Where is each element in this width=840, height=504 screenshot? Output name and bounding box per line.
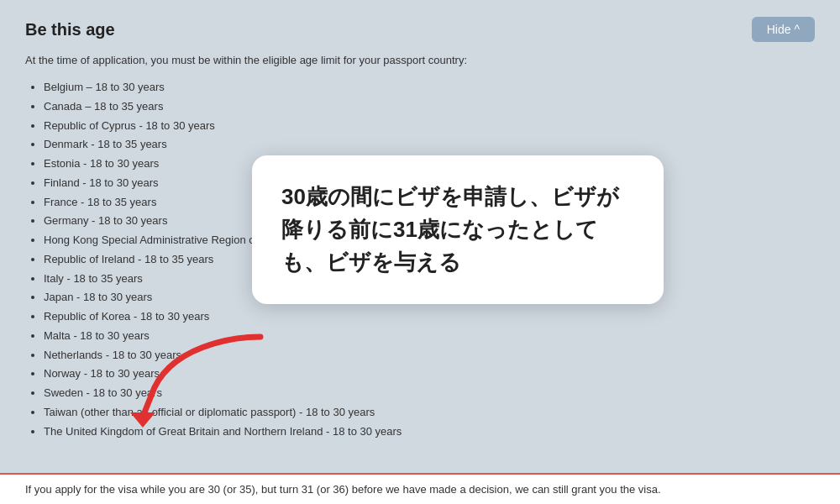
bottom-note: If you apply for the visa while you are … — [0, 473, 840, 504]
callout-text: 30歳の間にビザを申請し、ビザが降りる前に31歳になったとしても、ビザを与える — [281, 181, 634, 279]
list-item: Republic of Korea - 18 to 30 years — [44, 307, 815, 327]
list-item: Netherlands - 18 to 30 years — [44, 346, 815, 365]
hide-button[interactable]: Hide ^ — [752, 17, 815, 42]
list-item: The United Kingdom of Great Britain and … — [44, 423, 815, 442]
callout-box: 30歳の間にビザを申請し、ビザが降りる前に31歳になったとしても、ビザを与える — [252, 155, 664, 304]
list-item: Canada – 18 to 35 years — [44, 97, 815, 117]
intro-text: At the time of application, you must be … — [25, 54, 815, 66]
list-item: Norway - 18 to 30 years — [44, 365, 815, 384]
section-title: Be this age — [25, 20, 115, 39]
list-item: Malta - 18 to 30 years — [44, 327, 815, 346]
list-item: Denmark - 18 to 35 years — [44, 135, 815, 155]
bottom-note-text: If you apply for the visa while you are … — [25, 483, 661, 496]
list-item: Republic of Cyprus - 18 to 30 years — [44, 117, 815, 136]
list-item: Taiwan (other than an official or diplom… — [44, 403, 815, 423]
main-card: Be this age Hide ^ At the time of applic… — [0, 0, 840, 504]
list-item: Belgium – 18 to 30 years — [44, 78, 815, 97]
list-item: Sweden - 18 to 30 years — [44, 384, 815, 403]
header-row: Be this age Hide ^ — [25, 17, 815, 42]
